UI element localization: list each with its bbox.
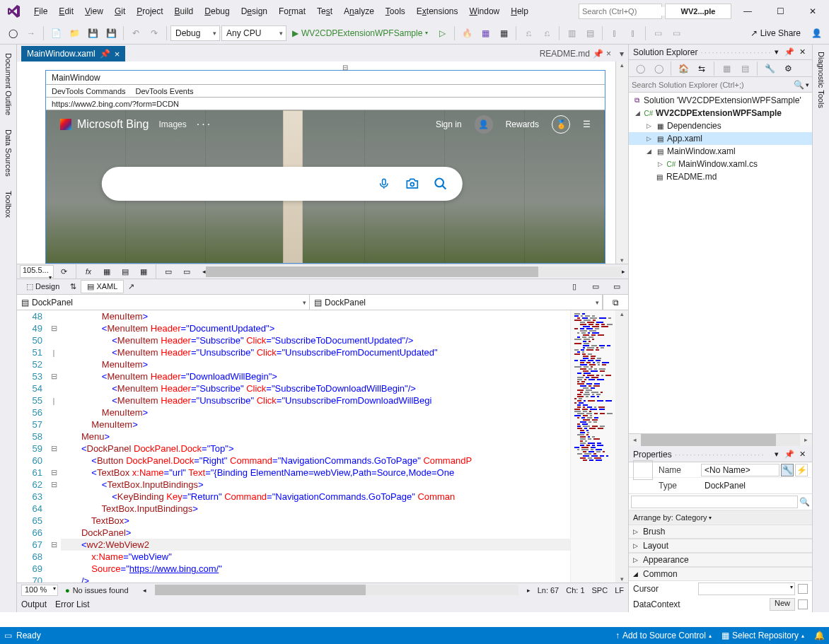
close-button[interactable]: ✕ (796, 0, 829, 22)
close-tab-icon[interactable]: × (115, 49, 120, 59)
folding-column[interactable]: ⊟|⊟|⊟⊟⊟⊟ (47, 310, 61, 582)
panel-dropdown-icon[interactable]: ▾ (771, 47, 782, 58)
minimize-button[interactable]: — (731, 0, 764, 22)
menu-analyze[interactable]: Analyze (338, 2, 380, 21)
rail-data-sources[interactable]: Data Sources (4, 129, 13, 177)
menu-project[interactable]: Project (131, 2, 168, 21)
nav-back-icon[interactable]: ◯ (4, 25, 21, 42)
prop-cat-layout[interactable]: ▷Layout (629, 539, 812, 553)
breadcrumb-left[interactable]: ▤DockPanel (17, 295, 310, 310)
menu-debug[interactable]: Debug (199, 2, 235, 21)
tb-icon-2[interactable]: ▦ (495, 25, 512, 42)
hscroll-right-icon[interactable]: ▸ (622, 268, 625, 275)
swap-panes-icon[interactable]: ⇅ (70, 282, 76, 291)
prop-arrange[interactable]: Arrange by: Category ▾ (629, 510, 812, 525)
prop-cat-appearance[interactable]: ▷Appearance (629, 553, 812, 567)
menu-format[interactable]: Format (273, 2, 311, 21)
menu-tools[interactable]: Tools (380, 2, 411, 21)
menu-build[interactable]: Build (169, 2, 199, 21)
panel-pin-icon[interactable]: 📌 (784, 47, 795, 58)
refresh-design-icon[interactable]: ⟳ (55, 263, 72, 280)
menu-file[interactable]: File (28, 2, 53, 21)
solution-platform-dropdown[interactable]: Any CPU (221, 25, 286, 41)
new-item-icon[interactable]: 📄 (47, 25, 64, 42)
tree-app-xaml[interactable]: ▤ App.xaml (629, 132, 812, 145)
quick-search[interactable]: 🔍 (579, 4, 662, 19)
se-preview-icon[interactable]: ⚙ (779, 60, 796, 77)
prop-name-input[interactable]: <No Name> (701, 464, 779, 476)
indent-mode[interactable]: SPC (592, 586, 608, 595)
tab-error-list[interactable]: Error List (55, 599, 90, 609)
menu-edit[interactable]: Edit (53, 2, 79, 21)
account-icon[interactable]: 👤 (808, 25, 825, 42)
scroll-down-icon[interactable]: ▾ (620, 257, 624, 264)
start-debug-button[interactable]: ▶WV2CDPExtensionWPFSample▾ (288, 25, 432, 42)
prop-search-input[interactable] (631, 496, 798, 508)
rail-diagnostic-tools[interactable]: Diagnostic Tools (817, 52, 825, 108)
se-scrollbar[interactable]: ◂▸ (629, 433, 812, 445)
split-vertical-icon[interactable]: ▯ (566, 279, 583, 295)
se-home-icon[interactable]: 🏠 (675, 60, 692, 77)
prop-marker-icon[interactable] (798, 584, 808, 594)
search-icon[interactable]: 🔍 (794, 80, 804, 90)
menu-design[interactable]: Design (236, 2, 273, 21)
editor-scroll-up-icon[interactable]: ▴ (620, 310, 624, 317)
tab-overflow-icon[interactable]: ▾ (620, 49, 624, 59)
line-ending[interactable]: LF (615, 586, 624, 595)
open-file-icon[interactable]: 📁 (66, 25, 83, 42)
design-tb-container-icon[interactable]: ▭ (160, 263, 177, 280)
editor-zoom[interactable]: 100 % (21, 585, 58, 596)
notifications-icon[interactable]: 🔔 (814, 631, 825, 640)
split-editor-icon[interactable]: ⧉ (603, 295, 628, 310)
prop-cursor-dropdown[interactable] (698, 582, 795, 595)
tree-mainwindow-xaml[interactable]: ▤ MainWindow.xaml (629, 145, 812, 158)
panel-dropdown-icon[interactable]: ▾ (771, 449, 782, 460)
split-horizontal-icon[interactable]: ▭ (587, 279, 604, 295)
events-icon[interactable]: ⚡ (795, 464, 808, 476)
issues-indicator[interactable]: ● No issues found (65, 586, 129, 595)
se-search-options-icon[interactable]: ▾ (806, 81, 809, 88)
prop-cat-common[interactable]: ◢Common (629, 567, 812, 581)
panel-close-icon[interactable]: ✕ (796, 47, 808, 58)
solution-config-dropdown[interactable]: Debug (170, 25, 220, 41)
se-properties-icon[interactable]: 🔧 (761, 60, 778, 77)
design-tb-effects-icon[interactable]: ▦ (135, 263, 152, 280)
solution-explorer-search[interactable]: 🔍 ▾ (629, 77, 812, 93)
se-sync-icon[interactable]: ⇆ (693, 60, 710, 77)
prop-marker-icon[interactable] (798, 599, 808, 609)
save-icon[interactable]: 💾 (84, 25, 101, 42)
tree-solution[interactable]: ⧉ Solution 'WV2CDPExtensionWPFSample' (629, 94, 812, 107)
tb-icon-1[interactable]: ▦ (477, 25, 494, 42)
live-share-button[interactable]: ↗ Live Share (745, 28, 806, 38)
solution-explorer-header[interactable]: Solution Explorer ······················… (629, 45, 812, 60)
tab-xaml[interactable]: ▤ XAML (81, 280, 124, 293)
solution-tree[interactable]: ⧉ Solution 'WV2CDPExtensionWPFSample' C#… (629, 93, 812, 433)
undo-icon[interactable]: ↶ (127, 25, 144, 42)
tree-mainwindow-cs[interactable]: C# MainWindow.xaml.cs (629, 158, 812, 170)
preview-tab[interactable]: README.md 📌 × ▾ (535, 46, 628, 62)
save-all-icon[interactable]: 💾 (103, 25, 120, 42)
add-source-control[interactable]: ↑ Add to Source Control ▴ (615, 631, 712, 640)
doc-tab-active[interactable]: MainWindow.xaml 📌 × (21, 46, 125, 62)
project-selector[interactable]: WV2...ple (665, 4, 731, 19)
tree-project[interactable]: C# WV2CDPExtensionWPFSample (629, 107, 812, 119)
editor-scroll-down-icon[interactable]: ▾ (620, 575, 624, 582)
code-editor[interactable]: 4849505152535455565758596061626364656667… (17, 310, 628, 582)
menu-extensions[interactable]: Extensions (411, 2, 464, 21)
pin-icon[interactable]: 📌 (593, 49, 603, 59)
prop-new-button[interactable]: New (770, 598, 795, 611)
design-tb-fx-icon[interactable]: fx (80, 263, 97, 280)
rail-document-outline[interactable]: Document Outline (4, 53, 13, 115)
se-search-input[interactable] (632, 81, 794, 89)
code-body[interactable]: MenuItem> <MenuItem Header="DocumentUpda… (61, 310, 570, 582)
tab-design[interactable]: ⬚ Design (20, 280, 66, 293)
menu-git[interactable]: Git (109, 2, 131, 21)
popout-xaml-icon[interactable]: ↗ (128, 282, 134, 291)
panel-pin-icon[interactable]: 📌 (784, 449, 795, 460)
rail-toolbox[interactable]: Toolbox (4, 191, 13, 218)
redo-icon[interactable]: ↷ (146, 25, 163, 42)
prop-cat-brush[interactable]: ▷Brush (629, 525, 812, 539)
design-zoom[interactable]: 105.5... (20, 265, 54, 278)
prop-search-bar[interactable]: 🔍 (629, 493, 812, 510)
editor-hscroll-right-icon[interactable]: ▸ (527, 587, 531, 594)
